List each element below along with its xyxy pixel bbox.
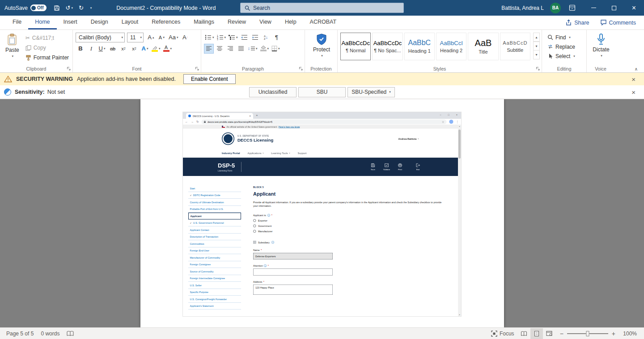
sort-button[interactable]: AZ↓ — [261, 33, 271, 42]
scroll-up-icon[interactable]: ▲ — [458, 125, 460, 128]
browser-maximize-button[interactable]: □ — [448, 113, 449, 116]
radio-government[interactable]: Government — [253, 225, 450, 228]
info-icon[interactable]: i — [267, 214, 270, 217]
bullets-button[interactable]: ▾ — [204, 33, 215, 42]
styles-dialog-launcher[interactable] — [536, 67, 540, 71]
line-spacing-button[interactable]: ↕ ▾ — [247, 44, 258, 54]
bold-button[interactable]: B — [76, 44, 85, 54]
radio-exporter[interactable]: Exporter — [253, 219, 450, 222]
section-link-source-of-commodity[interactable]: Source of Commodity — [188, 268, 241, 275]
font-size-select[interactable]: 11▾ — [127, 33, 144, 42]
tab-file[interactable]: File — [6, 16, 28, 29]
avatar[interactable]: BA — [550, 3, 561, 13]
section-link-us-government-personnel[interactable]: ✓U.S. Government Personnel — [188, 220, 241, 227]
increase-indent-button[interactable] — [250, 33, 260, 42]
back-button[interactable]: ← — [185, 120, 188, 124]
save-action-button[interactable]: Save — [371, 163, 375, 171]
radio-icon[interactable] — [253, 225, 256, 228]
highlight-button[interactable]: ▾ — [151, 44, 161, 54]
tab-help[interactable]: Help — [278, 16, 303, 29]
share-button[interactable]: Share — [565, 19, 589, 26]
section-link-specific-purpose[interactable]: Specific Purpose — [188, 289, 241, 296]
section-link-commodities[interactable]: Commodities — [188, 240, 241, 247]
styles-scroll-down-button[interactable]: ▾ — [533, 42, 540, 50]
style-heading-2[interactable]: AaBbCcI Heading 2 — [436, 33, 466, 60]
minimize-button[interactable] — [584, 0, 604, 16]
style-normal[interactable]: AaBbCcDc ¶ Normal — [340, 33, 371, 60]
nav-industry-portal[interactable]: Industry Portal — [222, 152, 240, 155]
focus-button[interactable]: Focus — [487, 331, 518, 337]
scrollbar-thumb[interactable] — [458, 130, 461, 159]
radio-icon[interactable] — [253, 230, 256, 233]
attention-input[interactable] — [253, 269, 333, 276]
account-menu[interactable]: Andrea Battista ▾ — [398, 138, 418, 140]
radio-manufacturer[interactable]: Manufacturer — [253, 230, 450, 233]
scroll-down-icon[interactable]: ▼ — [458, 313, 460, 316]
style-no-spacing[interactable]: AaBbCcDc ¶ No Spac... — [372, 33, 402, 60]
font-family-select[interactable]: Calibri (Body)▾ — [76, 33, 125, 42]
shading-button[interactable]: ▾ — [259, 44, 270, 54]
tab-insert[interactable]: Insert — [57, 16, 84, 29]
forward-button[interactable]: → — [191, 120, 194, 124]
align-center-button[interactable] — [215, 44, 225, 54]
new-tab-button[interactable]: + — [256, 113, 258, 117]
nav-applications[interactable]: Applications▾ — [247, 152, 263, 155]
user-name[interactable]: Battista, Andrea L — [501, 5, 544, 11]
undo-button[interactable]: ↺▾ — [66, 4, 73, 11]
shrink-font-button[interactable]: A▼ — [157, 33, 167, 42]
styles-scroll-up-button[interactable]: ▴ — [533, 33, 540, 42]
validate-action-button[interactable]: Validate — [383, 163, 390, 171]
checkbox-icon[interactable] — [253, 241, 256, 244]
italic-button[interactable]: I — [86, 44, 96, 54]
browser-close-button[interactable]: × — [456, 113, 457, 116]
sensitivity-unclassified-button[interactable]: Unclassified — [249, 87, 297, 97]
protect-button[interactable]: Protect ▾ — [310, 32, 333, 66]
zoom-level[interactable]: 100% — [619, 331, 637, 337]
close-warning-button[interactable]: × — [627, 75, 640, 83]
browser-menu-icon[interactable]: ⋮ — [456, 120, 459, 124]
print-layout-button[interactable] — [530, 328, 543, 339]
exit-action-button[interactable]: Exit — [416, 163, 420, 171]
reload-button[interactable]: ↻ — [196, 120, 199, 124]
font-color-button[interactable]: A ▾ — [162, 44, 173, 54]
embedded-browser-screenshot[interactable]: DECCS Licensing - U.S. Departm × + – □ ×… — [183, 112, 461, 316]
section-link-manufacturer-of-commodity[interactable]: Manufacturer of Commodity — [188, 254, 241, 261]
numbering-button[interactable]: 123 ▾ — [216, 33, 227, 42]
underline-button[interactable]: U▾ — [97, 44, 107, 54]
clipboard-dialog-launcher[interactable] — [67, 67, 71, 71]
tab-layout[interactable]: Layout — [115, 16, 145, 29]
clear-formatting-button[interactable]: A∕ — [180, 33, 190, 42]
tab-home[interactable]: Home — [28, 16, 56, 29]
cut-button[interactable]: ✂C&#117;t — [25, 33, 69, 43]
search-box[interactable]: Search — [240, 3, 404, 13]
enable-content-button[interactable]: Enable Content — [183, 74, 236, 84]
browser-minimize-button[interactable]: – — [440, 113, 441, 116]
radio-icon[interactable] — [253, 219, 256, 222]
document-page[interactable]: DECCS Licensing - U.S. Departm × + – □ ×… — [140, 99, 504, 327]
font-dialog-launcher[interactable] — [195, 67, 199, 71]
tab-close-icon[interactable]: × — [249, 114, 251, 118]
copy-button[interactable]: Copy — [25, 43, 69, 53]
section-link-foreign-consignee[interactable]: Foreign Consignee — [188, 261, 241, 268]
section-link-us-seller[interactable]: U.S. Seller — [188, 282, 241, 289]
justify-button[interactable] — [236, 44, 246, 54]
style-title[interactable]: AaB Title — [468, 33, 498, 60]
name-input[interactable]: Defense Exporters — [253, 253, 333, 259]
nav-learning-tools[interactable]: Learning Tools▾ — [271, 152, 290, 155]
browser-tab[interactable]: DECCS Licensing - U.S. Departm × — [186, 113, 253, 119]
section-link-foreign-end-user[interactable]: Foreign End-User — [188, 247, 241, 255]
section-link-ddtc-registration-code[interactable]: ✓DDTC Registration Code — [188, 192, 241, 199]
multilevel-list-button[interactable]: ▾ — [228, 33, 239, 42]
style-subtitle[interactable]: AaBbCcD Subtitle — [500, 33, 530, 60]
strikethrough-button[interactable]: ab — [108, 44, 118, 54]
dictate-button[interactable]: Dictate ▾ — [590, 32, 612, 66]
tab-design[interactable]: Design — [84, 16, 115, 29]
paragraph-dialog-launcher[interactable] — [299, 67, 303, 71]
sensitivity-sbu-specified-button[interactable]: SBU-Specified▾ — [347, 87, 395, 97]
align-right-button[interactable] — [225, 44, 235, 54]
maximize-button[interactable] — [604, 0, 624, 16]
style-heading-1[interactable]: AaBbC Heading 1 — [404, 33, 435, 60]
word-count[interactable]: 0 words — [37, 331, 63, 337]
styles-more-button[interactable]: ▾ — [533, 50, 540, 59]
select-button[interactable]: Select ▾ — [545, 51, 585, 61]
